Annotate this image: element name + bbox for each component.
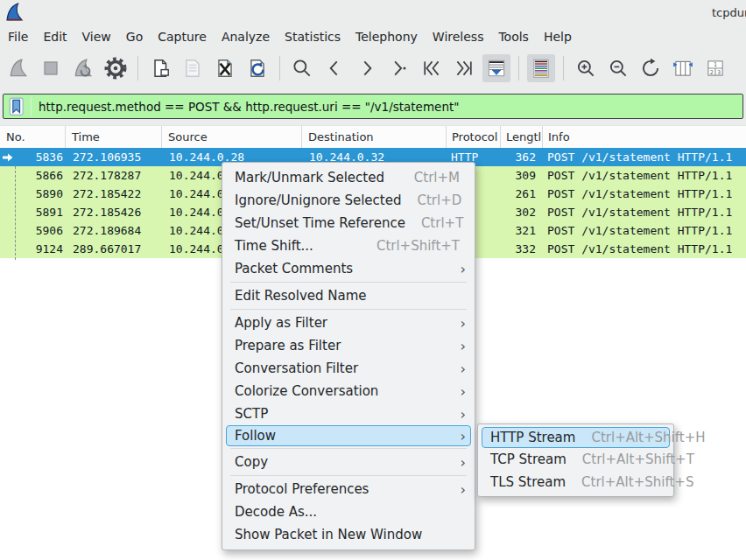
colorize-packets-icon <box>530 57 552 80</box>
column-header-source[interactable]: Source <box>162 126 302 148</box>
menu-item-mark-unmark-selected[interactable]: Mark/Unmark Selected Ctrl+M <box>222 166 475 189</box>
toolbar-separator <box>518 56 519 80</box>
open-file-icon <box>149 57 172 80</box>
menu-item-set-unset-time-reference[interactable]: Set/Unset Time Reference Ctrl+T <box>222 212 475 234</box>
submenu-arrow-icon: › <box>455 454 466 471</box>
capture-options-button[interactable] <box>102 54 130 82</box>
svg-text:1: 1 <box>714 61 717 68</box>
submenu-arrow-icon: › <box>455 261 466 277</box>
menu-separator <box>230 282 467 283</box>
menu-tools[interactable]: Tools <box>498 30 529 44</box>
colorize-packets-button[interactable] <box>527 54 555 82</box>
layout-icon: 1 2 3 <box>704 57 727 80</box>
toolbar-separator <box>563 56 564 80</box>
submenu-arrow-icon: › <box>455 481 466 498</box>
submenu-arrow-icon: › <box>455 428 466 444</box>
go-last-packet-button[interactable] <box>450 54 478 82</box>
menu-item-tcp-stream[interactable]: TCP Stream Ctrl+Alt+Shift+T <box>478 448 673 471</box>
zoom-in-button[interactable] <box>572 54 600 82</box>
menu-view[interactable]: View <box>82 30 111 44</box>
filter-bookmark-icon[interactable] <box>9 97 25 116</box>
go-back-icon <box>323 57 346 80</box>
submenu-arrow-icon: › <box>455 383 466 400</box>
auto-scroll-icon <box>485 57 508 80</box>
menu-item-conversation-filter[interactable]: Conversation Filter › <box>222 357 475 380</box>
go-back-button[interactable] <box>320 54 348 82</box>
column-header-protocol[interactable]: Protocol <box>447 126 501 148</box>
save-file-icon <box>181 57 204 80</box>
find-packet-icon <box>291 57 313 80</box>
menu-item-colorize-conversation[interactable]: Colorize Conversation › <box>222 380 475 402</box>
go-to-packet-button[interactable] <box>385 54 413 82</box>
go-first-packet-button[interactable] <box>418 54 446 82</box>
svg-text:3: 3 <box>717 69 721 76</box>
reload-file-button[interactable] <box>243 54 271 82</box>
menu-item-tls-stream[interactable]: TLS Stream Ctrl+Alt+Shift+S <box>478 471 673 494</box>
stop-capture-button[interactable] <box>37 54 65 82</box>
toolbar-separator <box>279 56 280 80</box>
stop-capture-icon <box>39 57 62 80</box>
menu-item-apply-as-filter[interactable]: Apply as Filter › <box>222 312 475 334</box>
column-header-info[interactable]: Info <box>543 126 746 148</box>
resize-columns-button[interactable] <box>669 54 697 82</box>
menu-item-protocol-preferences[interactable]: Protocol Preferences › <box>222 478 475 500</box>
display-filter-bar[interactable]: http.request.method == POST && http.requ… <box>3 94 743 119</box>
wireshark-window: tcpdur File Edit View Go Capture Analyze… <box>0 0 746 560</box>
menu-separator <box>230 475 467 476</box>
column-header-length[interactable]: Lengtl <box>501 126 543 148</box>
capture-options-icon <box>103 56 128 80</box>
normal-size-icon <box>639 57 662 80</box>
follow-submenu: HTTP Stream Ctrl+Alt+Shift+H TCP Stream … <box>477 424 674 497</box>
menu-file[interactable]: File <box>8 30 28 44</box>
menu-item-decode-as[interactable]: Decode As... <box>222 500 475 523</box>
column-header-time[interactable]: Time <box>66 126 162 148</box>
menu-statistics[interactable]: Statistics <box>285 30 341 44</box>
start-capture-button[interactable] <box>4 54 32 82</box>
normal-size-button[interactable] <box>637 54 665 82</box>
auto-scroll-button[interactable] <box>482 54 510 82</box>
menu-item-show-packet-in-new-window[interactable]: Show Packet in New Window <box>222 523 475 546</box>
wireshark-logo-icon <box>4 2 25 23</box>
menu-item-edit-resolved-name[interactable]: Edit Resolved Name <box>222 284 475 307</box>
restart-capture-icon <box>72 57 95 80</box>
menu-edit[interactable]: Edit <box>43 30 67 44</box>
menu-item-ignore-unignore-selected[interactable]: Ignore/Unignore Selected Ctrl+D <box>222 189 475 212</box>
menu-item-http-stream[interactable]: HTTP Stream Ctrl+Alt+Shift+H <box>482 427 670 448</box>
open-file-button[interactable] <box>146 54 174 82</box>
menu-item-prepare-as-filter[interactable]: Prepare as Filter › <box>222 334 475 357</box>
submenu-arrow-icon: › <box>455 406 466 423</box>
menu-capture[interactable]: Capture <box>158 30 207 44</box>
restart-capture-button[interactable] <box>69 54 97 82</box>
submenu-arrow-icon: › <box>455 338 466 354</box>
layout-button[interactable]: 1 2 3 <box>701 54 729 82</box>
save-file-button[interactable] <box>179 54 207 82</box>
menu-separator <box>230 448 467 449</box>
menu-item-sctp[interactable]: SCTP › <box>222 402 475 425</box>
menu-item-follow[interactable]: Follow › <box>226 425 471 446</box>
zoom-in-icon <box>574 57 597 80</box>
submenu-arrow-icon: › <box>455 360 466 377</box>
go-last-packet-icon <box>453 57 475 80</box>
submenu-arrow-icon: › <box>455 315 466 332</box>
find-packet-button[interactable] <box>288 54 316 82</box>
menu-wireless[interactable]: Wireless <box>433 30 484 44</box>
column-header-destination[interactable]: Destination <box>302 126 447 148</box>
go-forward-button[interactable] <box>353 54 381 82</box>
main-toolbar: 1 2 3 <box>0 49 746 88</box>
menu-separator <box>230 309 467 310</box>
column-header-no[interactable]: No. <box>0 126 66 148</box>
menu-help[interactable]: Help <box>544 30 572 44</box>
menu-item-packet-comments[interactable]: Packet Comments › <box>222 257 475 280</box>
go-forward-icon <box>355 57 378 80</box>
current-packet-arrow-icon <box>2 152 14 163</box>
menu-analyze[interactable]: Analyze <box>222 30 270 44</box>
go-to-packet-icon <box>388 57 411 80</box>
zoom-out-button[interactable] <box>604 54 632 82</box>
menu-item-time-shift[interactable]: Time Shift... Ctrl+Shift+T <box>222 234 475 257</box>
menu-telephony[interactable]: Telephony <box>355 30 418 44</box>
close-file-button[interactable] <box>211 54 239 82</box>
close-file-icon <box>214 57 236 80</box>
menu-item-copy[interactable]: Copy › <box>222 451 475 473</box>
menu-go[interactable]: Go <box>126 30 143 44</box>
display-filter-input[interactable]: http.request.method == POST && http.requ… <box>39 100 459 114</box>
